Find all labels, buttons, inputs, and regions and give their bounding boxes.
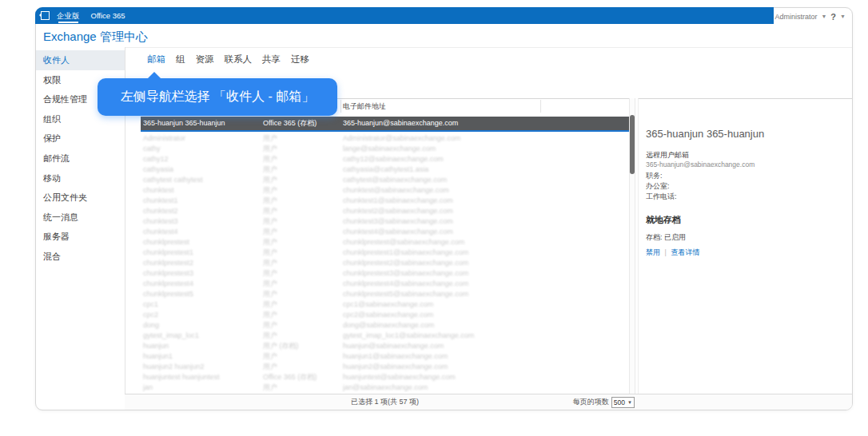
- table-row[interactable]: chunktest4 用户 chunktest4@sabinaexchange.…: [141, 227, 629, 237]
- details-pane: 365-huanjun 365-huanjun 远程用户邮箱 365-huanj…: [638, 98, 852, 394]
- column-separator: [340, 100, 341, 113]
- cell-email: dong@sabinaexchange.com: [343, 320, 543, 331]
- cell-mailbox-type: 用户: [263, 227, 340, 237]
- cell-mailbox-type: Office 365 (存档): [263, 117, 340, 130]
- cell-email: cathytest@sabinaexchange.com: [343, 175, 543, 185]
- page-size-label: 每页的项数: [573, 397, 609, 407]
- tab[interactable]: 组: [176, 54, 185, 65]
- list-scrollbar[interactable]: [629, 98, 635, 394]
- cell-display-name: chunklprestest3: [143, 268, 260, 279]
- link-divider: |: [665, 248, 667, 256]
- table-row-selected[interactable]: 365-huanjun 365-huanjun Office 365 (存档) …: [141, 117, 629, 132]
- cell-display-name: 365-huanjun 365-huanjun: [143, 117, 260, 130]
- recipients-tabs: 邮箱组资源联系人共享迁移: [147, 54, 309, 65]
- table-row[interactable]: chunklprestest2 用户 chunklprestest2@sabin…: [141, 258, 629, 268]
- cell-email: chunktest3@sabinaexchange.com: [343, 216, 543, 227]
- sidebar-item[interactable]: 统一消息: [36, 208, 125, 228]
- table-row[interactable]: cathyasia 用户 cathyasia@cathytest1.asia: [141, 164, 629, 175]
- suite-brand-tab[interactable]: 企业版: [57, 7, 80, 24]
- tab[interactable]: 联系人: [225, 54, 253, 65]
- cell-email: chunklprestest@sabinaexchange.com: [343, 237, 543, 248]
- cell-mailbox-type: 用户: [263, 320, 340, 331]
- table-row[interactable]: gytest_imap_loc1 用户 gytest_imap_loc1@sab…: [141, 331, 629, 341]
- cell-display-name: Administrator: [143, 133, 260, 144]
- tab[interactable]: 资源: [196, 54, 214, 65]
- cell-display-name: cpc1: [143, 299, 260, 310]
- cell-display-name: huanjuntest huanjuntest: [143, 372, 260, 382]
- help-icon[interactable]: ?: [830, 12, 836, 22]
- cell-email: 365-huanjun@sabinaexchange.com: [343, 117, 543, 130]
- cell-mailbox-type: 用户: [263, 144, 340, 154]
- table-row[interactable]: chunklprestest 用户 chunklprestest@sabinae…: [141, 237, 629, 248]
- table-row[interactable]: chunklprestest4 用户 chunklprestest4@sabin…: [141, 279, 629, 289]
- disable-link[interactable]: 禁用: [646, 248, 660, 256]
- page-size-value: 500: [614, 398, 625, 406]
- sidebar-item[interactable]: 保护: [36, 129, 125, 149]
- chevron-down-icon[interactable]: ▼: [821, 14, 826, 19]
- cell-display-name: cpc2: [143, 310, 260, 320]
- table-row[interactable]: chunktest3 用户 chunktest3@sabinaexchange.…: [141, 216, 629, 227]
- cell-display-name: huanjun2 huanjun2: [143, 362, 260, 372]
- sidebar-item[interactable]: 收件人: [36, 50, 125, 70]
- table-row[interactable]: Administrator 用户 Administrator@sabinaexc…: [141, 133, 629, 144]
- cell-email: cathyasia@cathytest1.asia: [343, 164, 543, 175]
- details-email: 365-huanjun@sabinaexchange.com: [646, 161, 852, 168]
- tab[interactable]: 迁移: [291, 54, 309, 65]
- cell-email: cathy12@sabinaexchange.com: [343, 154, 543, 164]
- table-row[interactable]: cpc2 用户 cpc2@sabinaexchange.com: [141, 310, 629, 320]
- sidebar-item[interactable]: 混合: [36, 247, 125, 267]
- details-field-label: 工作电话:: [646, 192, 852, 202]
- cell-mailbox-type: 用户: [263, 216, 340, 227]
- details-field-label: 办公室:: [646, 181, 852, 192]
- cell-display-name: gytest_imap_loc1: [143, 331, 260, 341]
- cell-email: huanjun2@sabinaexchange.com: [343, 362, 543, 372]
- cell-mailbox-type: 用户: [263, 310, 340, 320]
- suite-brand-tab[interactable]: Office 365: [91, 7, 125, 24]
- archive-heading: 就地存档: [646, 214, 852, 226]
- sidebar-item[interactable]: 移动: [36, 168, 125, 188]
- tab[interactable]: 邮箱: [147, 54, 165, 65]
- cell-display-name: chunklprestest: [143, 237, 260, 248]
- table-row[interactable]: huanjun 用户 (存档) huanjun@sabinaexchange.c…: [141, 341, 629, 351]
- chevron-down-icon: ▼: [627, 400, 632, 405]
- page-size-select[interactable]: 500 ▼: [611, 397, 635, 408]
- cell-email: chunklprestest2@sabinaexchange.com: [343, 258, 543, 268]
- scrollbar-thumb[interactable]: [630, 115, 635, 174]
- table-row[interactable]: cathytest cathytest 用户 cathytest@sabinae…: [141, 175, 629, 185]
- sidebar-item[interactable]: 服务器: [36, 227, 125, 247]
- cell-mailbox-type: 用户: [263, 382, 340, 393]
- cell-display-name: chunktest3: [143, 216, 260, 227]
- table-row[interactable]: chunklprestest1 用户 chunklprestest1@sabin…: [141, 248, 629, 258]
- cell-email: cpc1@sabinaexchange.com: [343, 299, 543, 310]
- tab[interactable]: 共享: [262, 54, 281, 65]
- view-details-link[interactable]: 查看详情: [671, 248, 699, 256]
- table-row[interactable]: huanjuntest huanjuntest Office 365 (存档) …: [141, 372, 629, 382]
- table-row[interactable]: dong 用户 dong@sabinaexchange.com: [141, 320, 629, 331]
- cell-email: chunktest1@sabinaexchange.com: [343, 196, 543, 206]
- cell-email: chunklprestest4@sabinaexchange.com: [343, 279, 543, 289]
- title-divider: [125, 47, 852, 48]
- cell-email: chunktest@sabinaexchange.com: [343, 185, 543, 196]
- table-row[interactable]: chunktest 用户 chunktest@sabinaexchange.co…: [141, 185, 629, 196]
- user-menu-label[interactable]: Administrator: [774, 13, 817, 21]
- column-header-email[interactable]: 电子邮件地址: [343, 99, 386, 113]
- table-row[interactable]: huanjun2 huanjun2 用户 huanjun2@sabinaexch…: [141, 362, 629, 372]
- cell-email: chunklprestest1@sabinaexchange.com: [343, 248, 543, 258]
- table-row[interactable]: chunklprestest3 用户 chunklprestest3@sabin…: [141, 268, 629, 279]
- sidebar-item[interactable]: 公用文件夹: [36, 188, 125, 208]
- cell-display-name: chunktest4: [143, 227, 260, 237]
- table-row[interactable]: chunktest1 用户 chunktest1@sabinaexchange.…: [141, 196, 629, 206]
- chevron-down-icon[interactable]: ▼: [840, 14, 846, 19]
- table-row[interactable]: huanjun1 用户 huanjun1@sabinaexchange.com: [141, 351, 629, 362]
- table-row[interactable]: cathy 用户 lange@sabinaexchange.com: [141, 144, 629, 154]
- cell-mailbox-type: 用户: [263, 299, 340, 310]
- table-row[interactable]: cpc1 用户 cpc1@sabinaexchange.com: [141, 299, 629, 310]
- table-row[interactable]: chunktest2 用户 chunktest2@sabinaexchange.…: [141, 206, 629, 216]
- cell-email: huanjun1@sabinaexchange.com: [343, 351, 543, 362]
- office-logo-icon: [41, 11, 50, 20]
- sidebar-item[interactable]: 邮件流: [36, 149, 125, 168]
- table-row[interactable]: cathy12 用户 cathy12@sabinaexchange.com: [141, 154, 629, 164]
- table-row[interactable]: chunklprestest5 用户 chunklprestest5@sabin…: [141, 289, 629, 299]
- cell-display-name: cathytest cathytest: [143, 175, 260, 185]
- table-row[interactable]: jan 用户 jan@sabinaexchange.com: [141, 382, 629, 393]
